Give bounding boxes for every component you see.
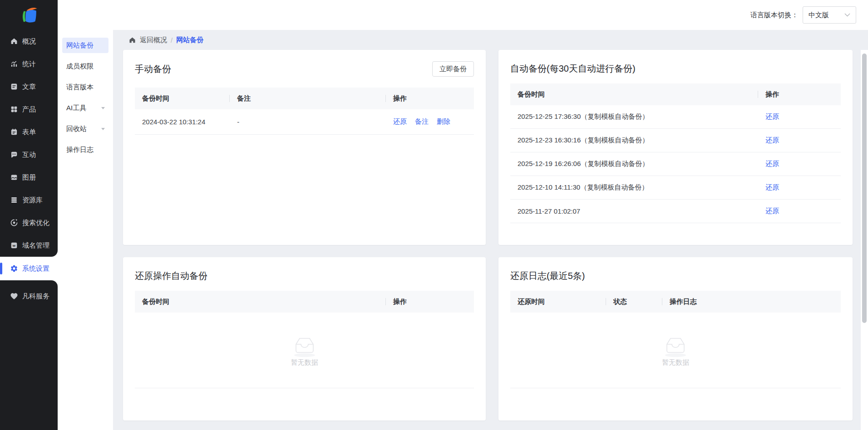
subnav-item-site-backup[interactable]: 网站备份: [62, 38, 108, 53]
table-row: 2025-12-19 16:26:06（复制模板自动备份） 还原: [510, 152, 841, 176]
chevron-down-icon: [844, 13, 850, 17]
sidebar-item-label: 概况: [22, 37, 36, 46]
actions-cell: 还原: [758, 160, 841, 168]
home-icon: [128, 36, 136, 44]
breadcrumb-separator: /: [171, 36, 173, 44]
sidebar-item-stats[interactable]: 统计: [0, 53, 58, 75]
manual-backup-panel: 手动备份 立即备份 备份时间 备注 操作 2024-03-22 10:31:24…: [123, 50, 486, 245]
restore-link[interactable]: 还原: [765, 112, 779, 120]
column-header: 操作: [386, 298, 474, 306]
column-header: 操作: [386, 94, 474, 103]
sidebar-item-domains[interactable]: w 域名管理: [0, 234, 58, 257]
sidebar-item-label: 凡科服务: [22, 292, 49, 301]
table-row: 2025-12-25 17:36:30（复制模板自动备份） 还原: [510, 105, 841, 129]
language-select-value: 中文版: [809, 11, 829, 20]
column-header: 状态: [606, 298, 662, 306]
actions-cell: 还原: [758, 112, 841, 121]
empty-state-text: 暂无数据: [662, 358, 689, 367]
note-cell: -: [230, 118, 386, 126]
empty-state: 暂无数据: [510, 313, 841, 388]
restore-operation-backup-panel: 还原操作自动备份 备份时间 操作 暂无数据: [123, 257, 486, 420]
sidebar-item-gallery[interactable]: 图册: [0, 166, 58, 189]
panel-title: 还原操作自动备份: [135, 270, 207, 282]
actions-cell: 还原 备注 删除: [386, 117, 474, 126]
card-grid: 手动备份 立即备份 备份时间 备注 操作 2024-03-22 10:31:24…: [123, 50, 868, 420]
column-header: 还原时间: [510, 298, 606, 306]
language-select[interactable]: 中文版: [803, 6, 856, 24]
table-header: 备份时间 备注 操作: [135, 88, 474, 109]
note-link[interactable]: 备注: [415, 117, 429, 125]
sidebar-item-label: 统计: [22, 60, 36, 68]
sidebar-item-products[interactable]: 产品: [0, 98, 58, 121]
sidebar-item-label: 搜索优化: [22, 219, 49, 227]
empty-state-text: 暂无数据: [291, 358, 318, 367]
table-header: 备份时间 操作: [135, 291, 474, 313]
restore-link[interactable]: 还原: [765, 160, 779, 167]
subnav-item-operation-log[interactable]: 操作日志: [62, 142, 108, 157]
actions-cell: 还原: [758, 183, 841, 192]
main-content: 返回概况 / 网站备份 手动备份 立即备份 备份时间 备注 操作 2024-03…: [113, 30, 868, 430]
panel-title: 还原日志(最近5条): [510, 270, 585, 282]
breadcrumb: 返回概况 / 网站备份: [113, 30, 868, 50]
sidebar-item-seo[interactable]: 搜索优化: [0, 211, 58, 234]
column-header: 备份时间: [510, 90, 758, 99]
subnav-item-label: AI工具: [66, 104, 86, 112]
table-header: 备份时间 操作: [510, 83, 841, 105]
auto-backup-panel: 自动备份(每30天自动进行备份) 备份时间 操作 2025-12-25 17:3…: [498, 50, 853, 245]
sidebar-item-label: 表单: [22, 128, 36, 137]
subnav-item-recycle-bin[interactable]: 回收站: [62, 121, 108, 137]
language-switch-label: 语言版本切换：: [750, 11, 798, 20]
panel-title: 手动备份: [135, 63, 171, 75]
sidebar-item-label: 域名管理: [22, 241, 49, 250]
sidebar-item-articles[interactable]: 文章: [0, 75, 58, 98]
app-logo[interactable]: [0, 0, 58, 30]
home-icon: [10, 37, 18, 45]
backup-time-cell: 2025-12-19 16:26:06（复制模板自动备份）: [510, 160, 758, 168]
restore-link[interactable]: 还原: [765, 183, 779, 191]
sidebar-item-overview[interactable]: 概况: [0, 30, 58, 53]
sidebar-item-settings-active[interactable]: 系统设置: [0, 257, 58, 280]
subnav-item-ai-tools[interactable]: AI工具: [62, 100, 108, 116]
chevron-down-icon: [101, 107, 105, 109]
primary-sidebar: 概况 统计 文章 产品: [0, 0, 58, 430]
sidebar-item-forms[interactable]: 表单: [0, 121, 58, 143]
sidebar-item-interaction[interactable]: 互动: [0, 143, 58, 166]
subnav-item-language-versions[interactable]: 语言版本: [62, 79, 108, 95]
actions-cell: 还原: [758, 136, 841, 145]
sidebar-item-label: 系统设置: [22, 264, 49, 273]
vertical-scrollbar-thumb[interactable]: [862, 54, 867, 323]
restore-link[interactable]: 还原: [765, 136, 779, 144]
delete-link[interactable]: 删除: [437, 117, 450, 125]
products-icon: [10, 105, 18, 113]
subnav-item-label: 网站备份: [66, 41, 94, 50]
backup-time-cell: 2025-12-10 14:11:30（复制模板自动备份）: [510, 183, 758, 192]
sidebar-item-resources[interactable]: 资源库: [0, 189, 58, 211]
backup-now-button[interactable]: 立即备份: [432, 61, 474, 77]
domain-icon: w: [10, 241, 18, 249]
backup-time-cell: 2025-12-25 17:36:30（复制模板自动备份）: [510, 112, 758, 121]
column-header: 备份时间: [135, 94, 230, 103]
restore-link[interactable]: 还原: [393, 117, 407, 125]
empty-box-icon: [661, 334, 690, 357]
subnav-item-member-permissions[interactable]: 成员权限: [62, 59, 108, 74]
actions-cell: 还原: [758, 207, 841, 215]
seo-icon: [10, 219, 18, 227]
sidebar-item-label: 产品: [22, 105, 36, 114]
empty-box-icon: [291, 334, 319, 357]
sidebar-top-section: 概况 统计 文章 产品: [0, 0, 58, 257]
sidebar-item-label: 文章: [22, 83, 36, 91]
svg-text:w: w: [12, 244, 16, 248]
gear-icon: [10, 264, 18, 273]
column-header: 备份时间: [135, 298, 386, 306]
table-row: 2025-12-10 14:11:30（复制模板自动备份） 还原: [510, 176, 841, 200]
breadcrumb-back-link[interactable]: 返回概况: [140, 36, 167, 44]
breadcrumb-current: 网站备份: [176, 36, 203, 44]
column-header: 操作: [758, 90, 841, 99]
table-row: 2025-12-23 16:30:16（复制模板自动备份） 还原: [510, 129, 841, 152]
brand-logo-icon: [19, 5, 39, 24]
restore-log-panel: 还原日志(最近5条) 还原时间 状态 操作日志 暂无数据: [498, 257, 853, 420]
empty-state: 暂无数据: [135, 313, 474, 388]
sidebar-item-services[interactable]: 凡科服务: [0, 285, 58, 308]
stats-icon: [10, 60, 18, 68]
restore-link[interactable]: 还原: [765, 207, 779, 215]
